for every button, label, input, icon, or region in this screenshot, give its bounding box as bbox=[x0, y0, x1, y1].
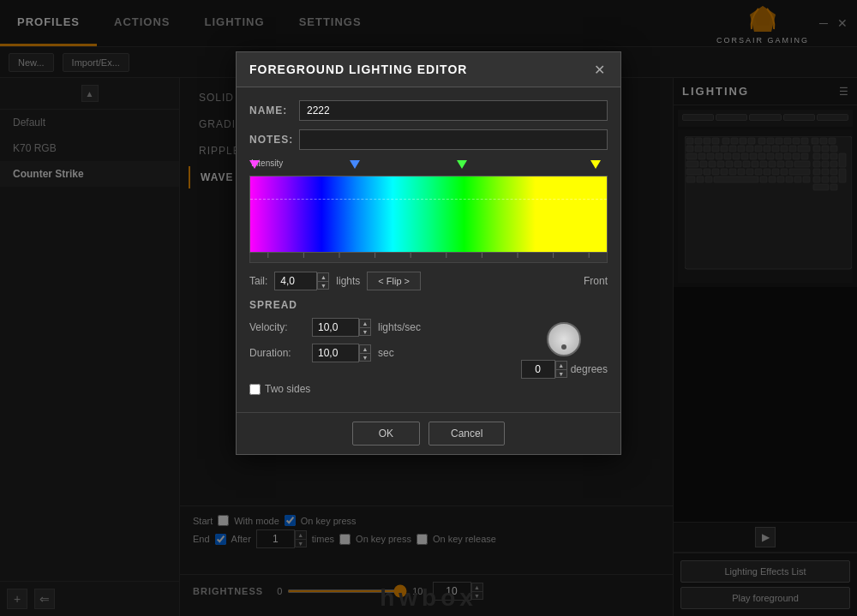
tail-down-button[interactable]: ▼ bbox=[317, 281, 329, 290]
gradient-bar[interactable] bbox=[249, 176, 608, 253]
marker-yellow[interactable] bbox=[590, 160, 601, 169]
velocity-unit: lights/sec bbox=[378, 321, 421, 333]
angle-down-button[interactable]: ▼ bbox=[555, 369, 567, 378]
duration-row: Duration: 10,0 ▲ ▼ sec bbox=[249, 344, 512, 362]
angle-up-button[interactable]: ▲ bbox=[555, 361, 567, 369]
lights-label: lights bbox=[336, 275, 360, 287]
foreground-lighting-editor-modal: FOREGROUND LIGHTING EDITOR ✕ NAME: 2222 … bbox=[236, 51, 621, 455]
cancel-button[interactable]: Cancel bbox=[428, 422, 505, 446]
flip-button[interactable]: < Flip > bbox=[367, 272, 421, 290]
velocity-row: Velocity: 10,0 ▲ ▼ lights/sec bbox=[249, 318, 512, 337]
two-sides-checkbox[interactable] bbox=[249, 384, 261, 395]
marker-pink[interactable] bbox=[249, 160, 260, 169]
tail-up-button[interactable]: ▲ bbox=[317, 272, 329, 281]
modal-header: FOREGROUND LIGHTING EDITOR ✕ bbox=[237, 52, 620, 87]
app-window: PROFILES ACTIONS LIGHTING SETTINGS bbox=[0, 0, 857, 616]
name-row: NAME: 2222 bbox=[249, 100, 608, 121]
duration-spinner: 10,0 ▲ ▼ bbox=[312, 344, 371, 362]
two-sides-row: Two sides bbox=[249, 383, 608, 395]
modal-close-button[interactable]: ✕ bbox=[590, 61, 608, 78]
name-label: NAME: bbox=[249, 105, 292, 117]
tail-input[interactable]: 4,0 bbox=[274, 272, 317, 290]
angle-input[interactable]: 0 bbox=[521, 360, 555, 379]
angle-spinner: 0 ▲ ▼ bbox=[521, 360, 567, 379]
modal-footer: OK Cancel bbox=[237, 412, 620, 454]
duration-spinner-buttons: ▲ ▼ bbox=[359, 344, 371, 362]
gradient-tick-bar bbox=[249, 253, 608, 263]
modal-overlay: FOREGROUND LIGHTING EDITOR ✕ NAME: 2222 … bbox=[0, 0, 857, 616]
velocity-label: Velocity: bbox=[249, 321, 305, 333]
marker-green[interactable] bbox=[457, 160, 467, 169]
duration-down-button[interactable]: ▼ bbox=[359, 353, 371, 362]
velocity-spinner-buttons: ▲ ▼ bbox=[359, 319, 371, 336]
velocity-spinner: 10,0 ▲ ▼ bbox=[312, 318, 371, 337]
notes-row: NOTES: bbox=[249, 129, 608, 150]
ok-button[interactable]: OK bbox=[352, 422, 420, 446]
duration-input[interactable]: 10,0 bbox=[312, 344, 359, 362]
modal-title: FOREGROUND LIGHTING EDITOR bbox=[249, 63, 467, 76]
tail-front-row: Tail: 4,0 ▲ ▼ lights < Flip > Front bbox=[249, 272, 608, 290]
spread-title: SPREAD bbox=[249, 299, 608, 311]
angle-circle[interactable] bbox=[547, 322, 581, 356]
angle-dot bbox=[561, 344, 566, 350]
duration-up-button[interactable]: ▲ bbox=[359, 344, 371, 353]
velocity-down-button[interactable]: ▼ bbox=[359, 327, 371, 336]
angle-spinner-buttons: ▲ ▼ bbox=[555, 361, 567, 378]
marker-blue[interactable] bbox=[350, 160, 360, 169]
duration-label: Duration: bbox=[249, 347, 305, 359]
velocity-input[interactable]: 10,0 bbox=[312, 318, 359, 337]
tail-spinner-buttons: ▲ ▼ bbox=[317, 272, 329, 290]
two-sides-label: Two sides bbox=[265, 383, 310, 395]
duration-unit: sec bbox=[378, 347, 394, 359]
velocity-up-button[interactable]: ▲ bbox=[359, 319, 371, 327]
modal-body: NAME: 2222 NOTES: Intensity bbox=[237, 87, 620, 408]
front-label: Front bbox=[584, 275, 608, 287]
intensity-line bbox=[250, 199, 607, 200]
tail-spinner: 4,0 ▲ ▼ bbox=[274, 272, 329, 290]
notes-label: NOTES: bbox=[249, 134, 292, 146]
tail-label: Tail: bbox=[249, 275, 267, 287]
degrees-label: degrees bbox=[571, 363, 608, 375]
notes-input[interactable] bbox=[299, 129, 608, 150]
gradient-editor: Intensity bbox=[249, 158, 608, 263]
name-input[interactable]: 2222 bbox=[299, 100, 608, 121]
spread-section: SPREAD Velocity: 10,0 ▲ ▼ bbox=[249, 299, 608, 395]
